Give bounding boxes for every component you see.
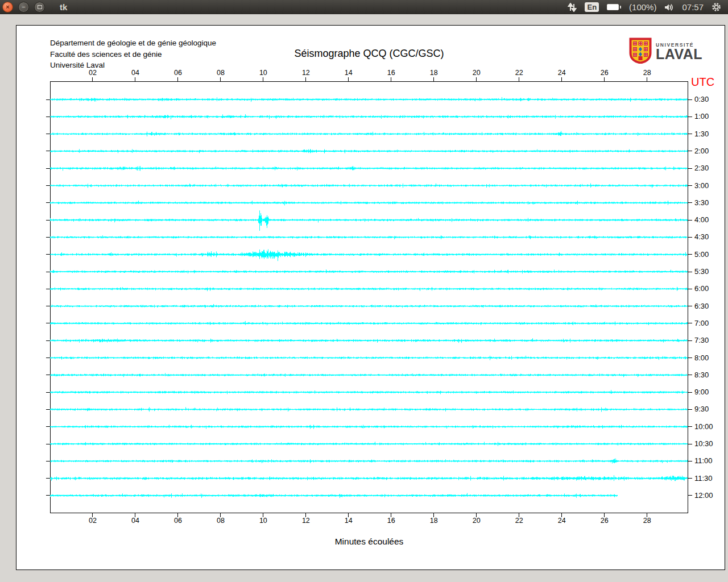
x-tick-label-top: 08 <box>212 69 229 77</box>
clock[interactable]: 07:57 <box>682 2 704 12</box>
trace-tick-right <box>688 289 692 289</box>
trace-tick-right <box>688 237 692 238</box>
x-tick-top <box>263 77 263 81</box>
trace-tick-right <box>688 357 692 358</box>
x-tick-label-bottom: 18 <box>425 517 442 525</box>
utc-label: 4:00 <box>694 215 709 224</box>
close-button[interactable]: × <box>2 2 13 13</box>
trace-tick-right <box>688 117 692 117</box>
battery-body <box>607 4 619 10</box>
utc-label: 0:30 <box>694 95 709 103</box>
utc-label: 3:00 <box>694 181 709 190</box>
maximize-button[interactable] <box>34 2 45 13</box>
x-tick-label-top: 20 <box>468 69 485 77</box>
trace-tick-left <box>46 392 50 393</box>
x-tick-top <box>348 77 349 81</box>
x-tick-label-bottom: 12 <box>297 517 315 525</box>
x-tick-label-top: 02 <box>84 69 101 77</box>
x-tick-label-top: 16 <box>383 69 400 77</box>
x-tick-label-top: 12 <box>297 69 315 77</box>
trace-tick-left <box>46 306 50 306</box>
trace-tick-right <box>688 168 692 169</box>
utc-label: 4:30 <box>694 232 709 241</box>
x-tick-label-bottom: 02 <box>84 517 101 525</box>
updown-arrows-icon[interactable] <box>568 3 577 12</box>
x-tick-label-top: 22 <box>511 69 528 77</box>
window-title: tk <box>60 2 67 12</box>
x-tick-label-bottom: 26 <box>596 517 613 525</box>
trace-tick-left <box>46 202 50 203</box>
x-tick-top <box>220 77 221 81</box>
volume-icon[interactable] <box>664 3 674 12</box>
trace-tick-right <box>688 254 692 255</box>
utc-label: 7:30 <box>694 336 709 344</box>
utc-label: 11:00 <box>694 456 713 465</box>
utc-axis-title: UTC <box>691 76 714 89</box>
x-tick-label-bottom: 22 <box>511 517 528 525</box>
trace-tick-right <box>688 444 692 444</box>
trace-tick-left <box>46 168 50 169</box>
laval-shield-icon <box>629 38 652 66</box>
x-tick-top <box>177 77 178 81</box>
x-tick-label-top: 24 <box>553 69 570 77</box>
trace-tick-left <box>46 117 50 117</box>
keyboard-layout-indicator[interactable]: En <box>585 2 599 12</box>
x-tick-label-top: 26 <box>596 69 613 77</box>
x-tick-top <box>647 77 647 81</box>
trace-tick-right <box>688 99 692 100</box>
trace-tick-right <box>688 202 692 203</box>
battery-icon[interactable] <box>607 4 621 10</box>
laval-logo: UNIVERSITÉ LAVAL <box>629 38 702 66</box>
trace-tick-right <box>688 478 692 479</box>
utc-label: 6:00 <box>694 284 709 293</box>
x-tick-label-bottom: 28 <box>639 517 656 525</box>
x-tick-top <box>604 77 605 81</box>
trace-tick-right <box>688 306 692 306</box>
trace-tick-left <box>46 495 50 496</box>
utc-label: 2:00 <box>694 147 709 155</box>
trace-tick-right <box>688 409 692 410</box>
utc-label: 3:30 <box>694 198 709 207</box>
trace-tick-right <box>688 461 692 462</box>
trace-tick-left <box>46 340 50 341</box>
x-tick-top <box>519 77 519 81</box>
trace-tick-left <box>46 426 50 427</box>
x-tick-label-top: 06 <box>169 69 187 77</box>
x-tick-top <box>391 77 391 81</box>
x-tick-label-bottom: 20 <box>468 517 485 525</box>
utc-label: 1:30 <box>694 130 709 138</box>
x-tick-label-top: 14 <box>340 69 357 77</box>
utc-label: 11:30 <box>694 474 713 483</box>
x-tick-label-bottom: 24 <box>553 517 570 525</box>
trace-tick-right <box>688 375 692 375</box>
x-tick-top <box>561 77 562 81</box>
x-tick-top <box>135 77 135 81</box>
x-tick-label-bottom: 04 <box>127 517 144 525</box>
x-tick-label-bottom: 10 <box>255 517 272 525</box>
trace-tick-right <box>688 151 692 151</box>
trace-tick-right <box>688 134 692 134</box>
x-tick-label-top: 10 <box>255 69 272 77</box>
session-gear-icon[interactable] <box>712 2 721 12</box>
x-tick-label-top: 18 <box>425 69 442 77</box>
trace-tick-right <box>688 340 692 341</box>
x-tick-label-top: 28 <box>639 69 656 77</box>
x-tick-label-top: 04 <box>127 69 144 77</box>
minimize-button[interactable]: − <box>18 2 29 13</box>
x-tick-label-bottom: 06 <box>169 517 187 525</box>
maximize-icon <box>38 5 42 9</box>
trace-tick-left <box>46 220 50 221</box>
x-tick-label-bottom: 16 <box>383 517 400 525</box>
laval-logo-bottom: LAVAL <box>656 48 702 61</box>
trace-tick-left <box>46 375 50 375</box>
battery-percent: (100%) <box>629 2 656 12</box>
trace-tick-left <box>46 409 50 410</box>
utc-label: 1:00 <box>694 112 709 120</box>
utc-label: 6:30 <box>694 302 709 310</box>
laval-logo-text: UNIVERSITÉ LAVAL <box>656 42 702 61</box>
page-title: Séismographe QCQ (CGC/GSC) <box>50 48 688 60</box>
trace-tick-right <box>688 495 692 496</box>
institution-line-1: Département de géologie et de génie géol… <box>50 38 216 49</box>
trace-tick-left <box>46 357 50 358</box>
trace-tick-left <box>46 134 50 134</box>
